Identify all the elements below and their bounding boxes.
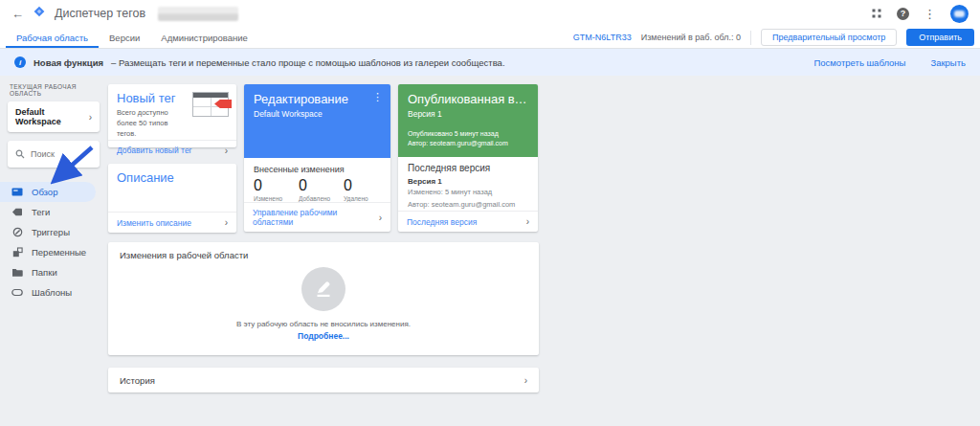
workspace-changes-empty-text: В эту рабочую область не вносились измен… xyxy=(236,320,411,328)
changes-stats: Внесенные изменения 0 Изменено 0 Добавле… xyxy=(244,158,390,202)
stat-modified-value: 0 xyxy=(254,177,299,194)
stat-added-value: 0 xyxy=(299,177,344,194)
tab-admin[interactable]: Администрирование xyxy=(150,27,258,48)
more-vert-icon[interactable]: ⋮ xyxy=(372,91,383,103)
topbar-actions: ? ⋮ xyxy=(871,5,969,23)
stat-modified: 0 Изменено xyxy=(254,177,299,202)
tag-illustration-icon xyxy=(192,92,229,117)
submit-button[interactable]: Отправить xyxy=(906,29,974,46)
sidebar-item-templates[interactable]: Шаблоны xyxy=(0,282,96,303)
banner-title: Новая функция xyxy=(33,57,103,68)
tag-icon xyxy=(11,207,23,217)
apps-grid-icon[interactable] xyxy=(871,8,882,19)
info-icon: i xyxy=(14,56,26,68)
sidebar-item-label: Переменные xyxy=(32,247,86,258)
editing-title: Редактирование xyxy=(254,92,381,106)
editing-subtitle: Default Workspace xyxy=(254,109,381,119)
stat-added-label: Добавлено xyxy=(299,195,344,202)
tab-workspace[interactable]: Рабочая область xyxy=(6,27,99,48)
stat-modified-label: Изменено xyxy=(254,195,299,202)
description-title: Описание xyxy=(117,170,228,185)
editing-card: Редактирование Default Workspace ⋮ Внесе… xyxy=(244,84,390,232)
chevron-right-icon: › xyxy=(225,146,228,156)
latest-version-link-label: Последняя версия xyxy=(407,217,477,227)
search-box[interactable] xyxy=(8,141,100,168)
new-tag-card: Новый тег Всего доступно более 50 типов … xyxy=(108,84,236,147)
topbar: ← Диспетчер тегов ? ⋮ xyxy=(0,0,980,27)
published-time: Опубликовано 5 минут назад xyxy=(408,129,528,140)
latest-version-author: Автор: seoteam.guru@gmail.com xyxy=(408,200,528,211)
manage-workspaces-link[interactable]: Управление рабочими областями › xyxy=(244,202,390,232)
help-icon[interactable]: ? xyxy=(897,8,909,20)
chevron-right-icon: › xyxy=(524,375,527,386)
published-version: Версия 1 xyxy=(408,109,528,119)
container-id[interactable]: GTM-N6LTR33 xyxy=(573,33,632,42)
latest-version-number: Версия 1 xyxy=(408,177,528,186)
details-link[interactable]: Подробнее... xyxy=(298,331,349,341)
sidebar-nav: Обзор Теги xyxy=(0,182,107,303)
chevron-right-icon: › xyxy=(379,213,382,223)
app-title: Диспетчер тегов xyxy=(55,7,145,20)
published-title: Опубликованная верс... xyxy=(408,92,528,106)
add-new-tag-label: Добавить новый тег xyxy=(117,146,192,155)
sidebar-item-overview[interactable]: Обзор xyxy=(0,182,96,202)
chevron-right-icon: › xyxy=(526,216,529,227)
sidebar-item-label: Теги xyxy=(32,207,50,217)
workspace-name: Default Workspace xyxy=(15,107,89,126)
stat-deleted-label: Удалено xyxy=(344,195,389,202)
latest-version-link[interactable]: Последняя версия › xyxy=(398,211,538,232)
main-area: ТЕКУЩАЯ РАБОЧАЯ ОБЛАСТЬ Default Workspac… xyxy=(0,76,980,426)
back-arrow-icon[interactable]: ← xyxy=(11,8,24,20)
chevron-right-icon: › xyxy=(225,217,228,228)
add-new-tag-link[interactable]: Добавить новый тег › xyxy=(108,140,236,161)
notification-banner: i Новая функция – Размещать теги и перем… xyxy=(0,49,980,76)
cards-row: Новый тег Всего доступно более 50 типов … xyxy=(108,84,539,233)
view-templates-link[interactable]: Посмотреть шаблоны xyxy=(813,57,905,68)
history-label: История xyxy=(120,375,155,386)
history-card[interactable]: История › xyxy=(108,368,539,392)
banner-close-link[interactable]: Закрыть xyxy=(930,57,966,68)
divider xyxy=(750,31,751,45)
left-card-column: Новый тег Всего доступно более 50 типов … xyxy=(108,84,236,233)
sidebar-item-label: Шаблоны xyxy=(32,287,72,298)
sidebar-item-label: Папки xyxy=(32,267,57,278)
sidebar-item-variables[interactable]: Переменные xyxy=(0,242,96,262)
stat-deleted-value: 0 xyxy=(344,177,389,194)
tabbar: Рабочая область Версии Администрирование… xyxy=(0,27,980,49)
sidebar-item-folders[interactable]: Папки xyxy=(0,262,96,282)
workspace-changes-count: Изменений в раб. обл.: 0 xyxy=(641,33,741,42)
description-card: Описание Изменить описание › xyxy=(108,164,236,233)
preview-button[interactable]: Предварительный просмотр xyxy=(761,29,897,46)
variable-icon xyxy=(11,247,23,258)
content: Новый тег Всего доступно более 50 типов … xyxy=(108,76,539,426)
latest-version-modified: Изменено: 5 минут назад xyxy=(408,188,528,198)
edit-description-label: Изменить описание xyxy=(117,218,191,228)
published-version-card: Опубликованная верс... Версия 1 Опублико… xyxy=(398,84,538,232)
tab-versions[interactable]: Версии xyxy=(99,27,150,48)
folder-icon xyxy=(11,267,23,278)
gtm-app: ← Диспетчер тегов ? ⋮ Рабочая xyxy=(0,0,980,426)
sidebar-item-triggers[interactable]: Триггеры xyxy=(0,222,96,242)
workspace-changes-title: Изменения в рабочей области xyxy=(120,250,248,260)
search-input[interactable] xyxy=(31,149,96,159)
more-vert-icon[interactable]: ⋮ xyxy=(924,7,936,21)
search-icon xyxy=(15,146,25,163)
template-icon xyxy=(11,287,23,298)
new-tag-description: Всего доступно более 50 типов тегов. xyxy=(117,108,186,140)
sidebar: ТЕКУЩАЯ РАБОЧАЯ ОБЛАСТЬ Default Workspac… xyxy=(0,76,107,426)
published-author: Автор: seoteam.guru@gmail.com xyxy=(408,139,528,149)
overview-icon xyxy=(11,187,23,197)
editing-card-header: Редактирование Default Workspace ⋮ xyxy=(244,84,390,158)
edit-description-link[interactable]: Изменить описание › xyxy=(108,212,236,233)
published-card-header: Опубликованная верс... Версия 1 Опублико… xyxy=(398,84,538,157)
sidebar-item-tags[interactable]: Теги xyxy=(0,202,96,222)
avatar[interactable] xyxy=(950,5,969,23)
chevron-right-icon: › xyxy=(89,112,92,123)
workspace-changes-card: Изменения в рабочей области В эту рабочу… xyxy=(108,242,539,355)
current-workspace-label: ТЕКУЩАЯ РАБОЧАЯ ОБЛАСТЬ xyxy=(0,83,107,101)
sidebar-item-label: Обзор xyxy=(32,187,57,197)
manage-workspaces-label: Управление рабочими областями xyxy=(253,208,379,227)
banner-text: – Размещать теги и переменные стало прощ… xyxy=(111,57,505,68)
workspace-selector[interactable]: Default Workspace › xyxy=(8,101,100,132)
stat-deleted: 0 Удалено xyxy=(344,177,389,202)
